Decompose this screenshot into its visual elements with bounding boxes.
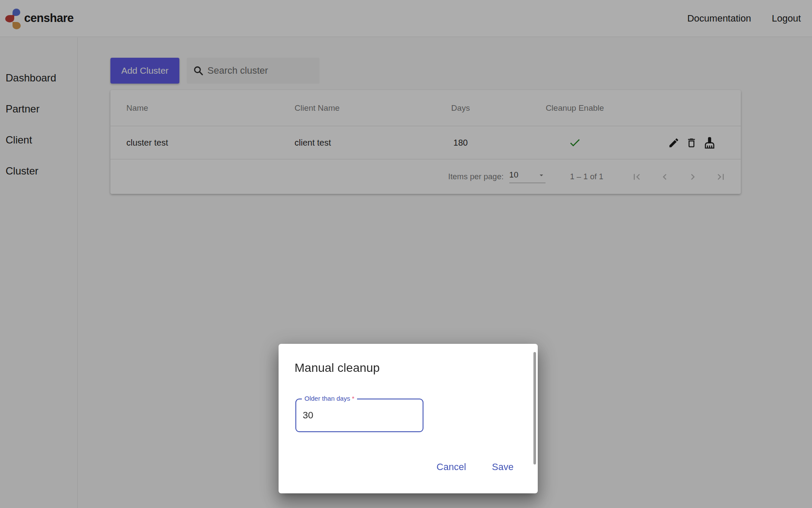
older-than-days-input[interactable] — [296, 399, 423, 431]
older-than-days-label: Older than days * — [302, 395, 357, 402]
required-marker: * — [352, 395, 354, 402]
cancel-button[interactable]: Cancel — [430, 458, 473, 476]
dialog-actions: Cancel Save — [430, 458, 520, 476]
older-than-days-field: Older than days * — [295, 399, 423, 432]
save-button[interactable]: Save — [485, 458, 520, 476]
dialog-title: Manual cleanup — [295, 361, 538, 375]
dialog-scrollbar-thumb[interactable] — [533, 352, 536, 464]
manual-cleanup-dialog: Manual cleanup Older than days * Cancel … — [279, 344, 538, 493]
